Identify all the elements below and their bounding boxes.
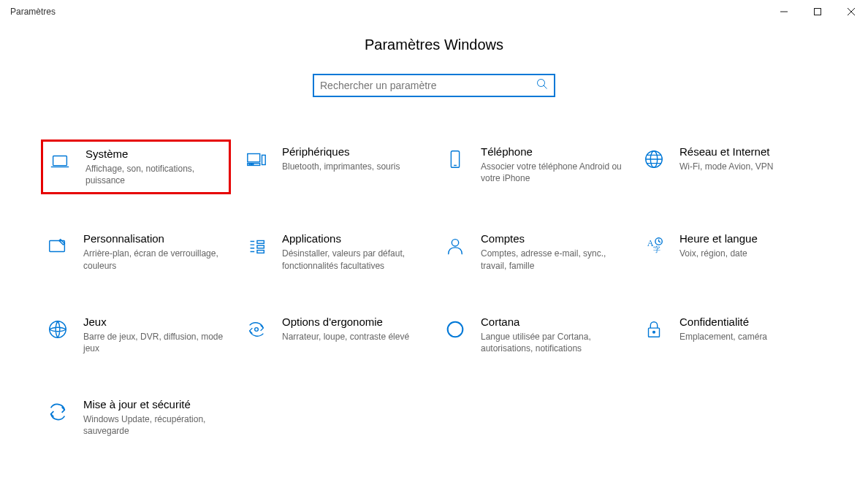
maximize-button[interactable] [801,0,834,23]
gaming-icon [45,317,70,342]
devices-icon [244,147,269,172]
tile-gaming[interactable]: Jeux Barre de jeux, DVR, diffusion, mode… [41,310,231,360]
tile-network[interactable]: Réseau et Internet Wi-Fi, mode Avion, VP… [637,140,827,194]
tile-title: Cortana [481,316,624,328]
svg-rect-4 [262,155,266,164]
tile-apps[interactable]: Applications Désinstaller, valeurs par d… [240,226,430,277]
tile-title: Réseau et Internet [679,145,823,158]
tile-title: Système [85,148,224,160]
svg-rect-2 [53,156,67,166]
page-header: Paramètres Windows [0,37,868,53]
tile-desc: Langue utilisée par Cortana, autorisatio… [481,331,624,354]
tile-desc: Emplacement, caméra [679,331,823,343]
ease-of-access-icon [244,317,269,342]
tile-title: Périphériques [282,145,425,158]
search-icon [536,78,548,93]
tile-update-security[interactable]: Mise à jour et sécurité Windows Update, … [41,392,231,443]
window-title: Paramètres [10,7,56,17]
tile-title: Téléphone [481,145,624,158]
time-language-icon: A字 [642,234,666,259]
svg-point-20 [50,321,66,338]
svg-point-22 [448,321,463,337]
svg-text:字: 字 [653,245,660,253]
globe-icon [642,147,666,172]
window-controls [767,0,868,23]
tile-personalization[interactable]: Personnalisation Arrière-plan, écran de … [41,226,231,277]
phone-icon [443,147,468,172]
tile-desc: Désinstaller, valeurs par défaut, foncti… [282,248,425,271]
tile-desc: Windows Update, récupération, sauvegarde [83,413,226,437]
tile-desc: Wi-Fi, mode Avion, VPN [679,161,823,172]
tile-system[interactable]: Système Affichage, son, notifications, p… [41,140,231,194]
tile-desc: Voix, région, date [679,248,823,259]
apps-icon [244,234,269,259]
tile-devices[interactable]: Périphériques Bluetooth, imprimantes, so… [240,140,430,194]
tile-title: Heure et langue [679,232,823,245]
svg-rect-14 [257,245,264,248]
tile-accounts[interactable]: Comptes Comptes, adresse e-mail, sync., … [438,226,628,277]
tile-desc: Comptes, adresse e-mail, sync., travail,… [481,248,624,271]
page-title: Paramètres Windows [0,37,868,53]
svg-rect-3 [248,154,260,162]
settings-grid: Système Affichage, son, notifications, p… [0,140,868,443]
search-wrap [0,74,868,97]
tile-title: Confidentialité [679,316,823,328]
tile-title: Applications [282,232,425,245]
accounts-icon [443,234,468,259]
tile-desc: Bluetooth, imprimantes, souris [282,161,425,172]
tile-phone[interactable]: Téléphone Associer votre téléphone Andro… [438,140,628,194]
tile-desc: Narrateur, loupe, contraste élevé [282,331,425,343]
search-box[interactable] [313,74,555,97]
svg-rect-15 [257,251,264,253]
close-button[interactable] [834,0,868,23]
svg-point-8 [253,164,254,164]
titlebar: Paramètres [0,0,868,23]
svg-rect-13 [257,241,264,244]
minimize-button[interactable] [767,0,801,23]
tile-ease-of-access[interactable]: Options d'ergonomie Narrateur, loupe, co… [240,310,430,360]
tile-desc: Barre de jeux, DVR, diffusion, mode jeux [83,331,226,354]
tile-privacy[interactable]: Confidentialité Emplacement, caméra [637,310,827,360]
tile-desc: Arrière-plan, écran de verrouillage, cou… [83,248,226,271]
lock-icon [642,317,666,342]
tile-title: Mise à jour et sécurité [83,398,226,410]
tile-title: Comptes [481,232,624,245]
tile-desc: Associer votre téléphone Android ou votr… [481,161,624,184]
tile-title: Jeux [83,316,226,328]
tile-title: Options d'ergonomie [282,316,425,328]
update-icon [45,400,70,424]
svg-point-24 [653,331,655,333]
laptop-icon [47,149,72,174]
svg-rect-0 [815,9,821,15]
cortana-icon [443,317,468,342]
search-input[interactable] [320,80,536,91]
tile-desc: Affichage, son, notifications, puissance [85,163,224,186]
svg-point-7 [251,164,251,164]
svg-point-21 [255,327,259,331]
tile-title: Personnalisation [83,232,226,245]
personalization-icon [45,234,70,259]
tile-time-language[interactable]: A字 Heure et langue Voix, région, date [637,226,827,277]
svg-point-16 [452,240,458,246]
svg-point-6 [249,164,250,164]
tile-cortana[interactable]: Cortana Langue utilisée par Cortana, aut… [438,310,628,360]
